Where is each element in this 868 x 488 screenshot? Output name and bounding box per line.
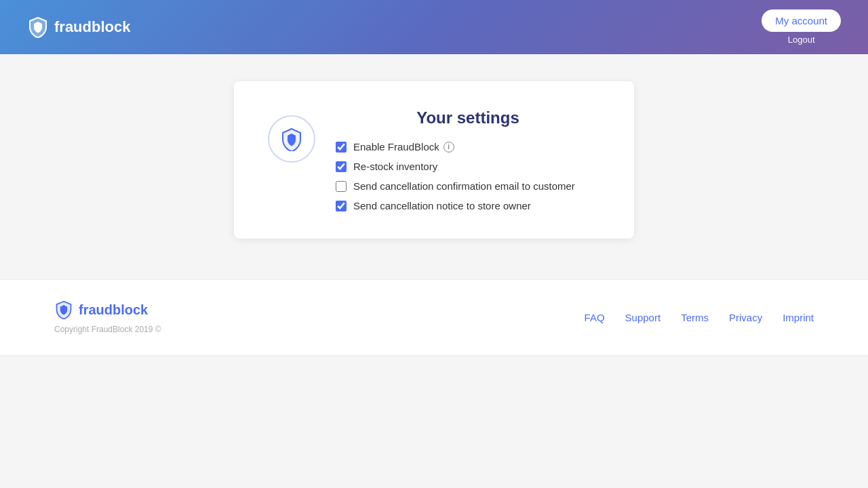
logout-link[interactable]: Logout [788,35,815,45]
footer-link-privacy[interactable]: Privacy [729,312,762,323]
footer-link-imprint[interactable]: Imprint [783,312,814,323]
label-send-cancellation-email[interactable]: Send cancellation confirmation email to … [353,180,575,192]
settings-card: Your settings Enable FraudBlockiRe-stock… [234,81,634,239]
footer-link-faq[interactable]: FAQ [585,312,605,323]
shield-logo-icon [27,16,49,38]
logo-text: fraudblock [54,18,130,36]
footer-shield-icon [54,300,73,319]
footer-left: fraudblock Copyright FraudBlock 2019 © [54,300,161,334]
settings-title: Your settings [336,108,600,127]
checkbox-restock-inventory[interactable] [336,161,347,172]
label-enable-fraudblock[interactable]: Enable FraudBlocki [353,141,454,152]
footer-link-support[interactable]: Support [625,312,661,323]
checkbox-send-cancellation-email[interactable] [336,181,347,192]
footer-nav: FAQSupportTermsPrivacyImprint [585,312,814,323]
setting-item-send-cancellation-notice: Send cancellation notice to store owner [336,200,600,211]
settings-list: Enable FraudBlockiRe-stock inventorySend… [336,141,600,211]
info-icon-enable-fraudblock[interactable]: i [443,142,454,152]
label-send-cancellation-notice[interactable]: Send cancellation notice to store owner [353,200,531,211]
label-restock-inventory[interactable]: Re-stock inventory [353,161,437,172]
logo: fraudblock [27,16,130,38]
shield-avatar [268,115,315,163]
setting-item-send-cancellation-email: Send cancellation confirmation email to … [336,180,600,192]
footer-link-terms[interactable]: Terms [681,312,709,323]
header-right: My account Logout [762,9,841,45]
footer: fraudblock Copyright FraudBlock 2019 © F… [0,279,868,354]
footer-logo: fraudblock [54,300,161,319]
header: fraudblock My account Logout [0,0,868,54]
checkbox-send-cancellation-notice[interactable] [336,201,347,211]
settings-content: Your settings Enable FraudBlockiRe-stock… [336,108,600,211]
checkbox-enable-fraudblock[interactable] [336,142,347,152]
footer-logo-text: fraudblock [79,302,148,318]
main-content: Your settings Enable FraudBlockiRe-stock… [0,54,868,266]
shield-icon [279,127,304,151]
my-account-button[interactable]: My account [762,9,841,32]
setting-item-enable-fraudblock: Enable FraudBlocki [336,141,600,152]
copyright-text: Copyright FraudBlock 2019 © [54,325,161,334]
setting-item-restock-inventory: Re-stock inventory [336,161,600,172]
